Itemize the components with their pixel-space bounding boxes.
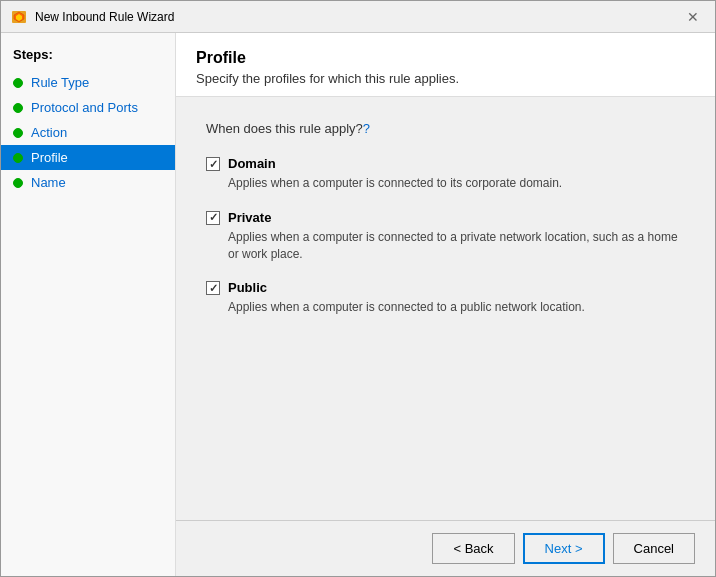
- footer: < Back Next > Cancel: [176, 520, 715, 576]
- checkbox-wrap-domain: [206, 157, 220, 171]
- step-dot-profile: [13, 153, 23, 163]
- option-title-public: Public: [228, 280, 267, 295]
- sidebar: Steps: Rule Type Protocol and Ports Acti…: [1, 33, 176, 576]
- sidebar-item-protocol-ports[interactable]: Protocol and Ports: [1, 95, 175, 120]
- step-dot-protocol-ports: [13, 103, 23, 113]
- step-label-protocol-ports: Protocol and Ports: [31, 100, 138, 115]
- checkbox-domain[interactable]: [206, 157, 220, 171]
- option-row-domain: Domain: [206, 156, 685, 171]
- main-panel: Profile Specify the profiles for which t…: [176, 33, 715, 576]
- close-button[interactable]: ✕: [681, 5, 705, 29]
- sidebar-item-action[interactable]: Action: [1, 120, 175, 145]
- window-title: New Inbound Rule Wizard: [35, 10, 174, 24]
- step-label-name: Name: [31, 175, 66, 190]
- page-subtitle: Specify the profiles for which this rule…: [196, 71, 695, 86]
- app-icon: [11, 9, 27, 25]
- step-label-action: Action: [31, 125, 67, 140]
- option-title-private: Private: [228, 210, 271, 225]
- option-group-private: Private Applies when a computer is conne…: [206, 210, 685, 263]
- sidebar-item-name[interactable]: Name: [1, 170, 175, 195]
- step-dot-name: [13, 178, 23, 188]
- step-dot-rule-type: [13, 78, 23, 88]
- header-section: Profile Specify the profiles for which t…: [176, 33, 715, 97]
- checkbox-public[interactable]: [206, 281, 220, 295]
- steps-label: Steps:: [1, 43, 175, 70]
- option-desc-private: Applies when a computer is connected to …: [228, 229, 685, 263]
- content-area: Steps: Rule Type Protocol and Ports Acti…: [1, 33, 715, 576]
- step-dot-action: [13, 128, 23, 138]
- page-title: Profile: [196, 49, 695, 67]
- question-link[interactable]: ?: [363, 121, 370, 136]
- option-group-domain: Domain Applies when a computer is connec…: [206, 156, 685, 192]
- sidebar-item-profile[interactable]: Profile: [1, 145, 175, 170]
- step-label-rule-type: Rule Type: [31, 75, 89, 90]
- rule-content: When does this rule apply?? Domain Appli…: [176, 97, 715, 520]
- checkbox-wrap-public: [206, 281, 220, 295]
- option-desc-domain: Applies when a computer is connected to …: [228, 175, 685, 192]
- sidebar-item-rule-type[interactable]: Rule Type: [1, 70, 175, 95]
- cancel-button[interactable]: Cancel: [613, 533, 695, 564]
- option-title-domain: Domain: [228, 156, 276, 171]
- checkbox-wrap-private: [206, 211, 220, 225]
- option-group-public: Public Applies when a computer is connec…: [206, 280, 685, 316]
- back-button[interactable]: < Back: [432, 533, 514, 564]
- option-row-private: Private: [206, 210, 685, 225]
- next-button[interactable]: Next >: [523, 533, 605, 564]
- option-row-public: Public: [206, 280, 685, 295]
- title-bar-left: New Inbound Rule Wizard: [11, 9, 174, 25]
- option-desc-public: Applies when a computer is connected to …: [228, 299, 685, 316]
- title-bar: New Inbound Rule Wizard ✕: [1, 1, 715, 33]
- wizard-window: New Inbound Rule Wizard ✕ Steps: Rule Ty…: [0, 0, 716, 577]
- rule-question: When does this rule apply??: [206, 121, 685, 136]
- step-label-profile: Profile: [31, 150, 68, 165]
- checkbox-private[interactable]: [206, 211, 220, 225]
